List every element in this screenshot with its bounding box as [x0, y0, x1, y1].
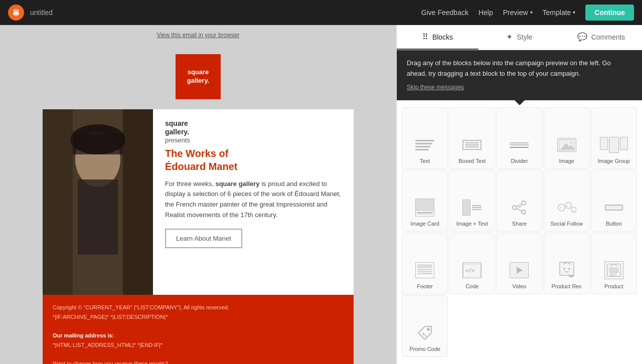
svg-rect-30	[609, 268, 618, 272]
block-social-follow[interactable]: f t + Social Follow	[544, 170, 590, 232]
product-svg	[606, 263, 621, 277]
svg-rect-9	[123, 109, 153, 295]
email-cta-button[interactable]: Learn About Manet	[165, 229, 242, 248]
block-image[interactable]: Image	[544, 107, 590, 169]
social-follow-block-icon: f t +	[554, 198, 579, 218]
skip-messages-link[interactable]: Skip these messages	[407, 84, 464, 91]
mini-img-2	[609, 137, 619, 153]
divider-block-icon	[507, 135, 532, 155]
block-image-text[interactable]: Image + Text	[449, 170, 495, 232]
brand-line2: gallery.	[165, 128, 189, 136]
comments-tab-icon: 💬	[577, 32, 587, 42]
block-promo-code[interactable]: Promo Code	[402, 295, 448, 357]
preview-label: Preview	[503, 9, 528, 17]
view-in-browser-link[interactable]: View this email in your browser	[156, 32, 239, 39]
tab-blocks[interactable]: ⠿ Blocks	[397, 25, 478, 50]
top-navigation: untitled Give Feedback Help Preview ▾ Te…	[0, 0, 642, 25]
hint-arrow	[515, 100, 525, 105]
social-follow-block-label: Social Follow	[550, 221, 583, 227]
footer-lines	[417, 269, 432, 276]
image-card-block-icon	[412, 198, 437, 218]
svg-text:+: +	[572, 209, 574, 212]
email-painting-image	[43, 109, 153, 295]
block-product[interactable]: Product	[591, 233, 637, 294]
logo-line1: square	[187, 68, 210, 77]
image-block-icon	[554, 135, 579, 155]
template-dropdown[interactable]: Template ▾	[543, 9, 576, 17]
img-text-text-side	[472, 200, 482, 216]
block-video[interactable]: Video	[496, 233, 542, 294]
email-preview-panel: View this email in your browser square g…	[0, 25, 396, 364]
footer-block-icon	[412, 260, 437, 280]
hint-box: Drag any of the blocks below into the ca…	[397, 50, 642, 100]
block-code[interactable]: </> Code	[449, 233, 495, 294]
email-logo-inner: square gallery.	[187, 68, 210, 85]
product-block-label: Product	[604, 283, 623, 290]
svg-line-17	[517, 209, 522, 211]
boxed-text-block-label: Boxed Text	[458, 158, 486, 164]
product-rec-block-icon	[554, 260, 579, 280]
text-block-label: Text	[420, 158, 430, 164]
svg-point-18	[558, 204, 565, 211]
svg-point-27	[563, 268, 565, 270]
code-icon: </>	[462, 262, 482, 278]
footer-icon	[415, 262, 434, 278]
block-text[interactable]: Text	[402, 107, 448, 169]
footer-preferences: Want to change how you receive these ema…	[53, 359, 344, 364]
block-image-card[interactable]: Image Card	[402, 170, 448, 232]
footer-top-bar	[417, 264, 432, 268]
svg-point-12	[570, 141, 572, 144]
continue-button[interactable]: Continue	[585, 5, 634, 21]
tab-style[interactable]: ✦ Style	[478, 25, 560, 50]
block-button[interactable]: Button	[591, 170, 637, 232]
preview-dropdown[interactable]: Preview ▾	[503, 9, 533, 17]
divider-block-label: Divider	[511, 158, 528, 164]
block-footer[interactable]: Footer	[402, 233, 448, 294]
email-body: square gallery. presents The Works ofÉdo…	[43, 109, 354, 295]
email-logo-area: square gallery.	[43, 44, 354, 109]
svg-text:</>: </>	[465, 267, 475, 273]
mini-img-3	[620, 137, 628, 150]
svg-point-1	[15, 13, 16, 14]
share-svg	[512, 200, 527, 215]
email-content: square gallery. presents The Works ofÉdo…	[153, 109, 354, 295]
help-link[interactable]: Help	[478, 9, 493, 17]
email-footer: Copyright © "CURRENT_YEAR" |"LIST:COMPAN…	[43, 295, 354, 364]
svg-text:f: f	[560, 206, 561, 210]
block-product-rec[interactable]: Product Rec	[544, 233, 590, 294]
product-rec-block-label: Product Rec	[551, 283, 582, 290]
promo-code-block-icon	[412, 323, 437, 343]
svg-point-2	[17, 13, 18, 14]
right-panel: ⠿ Blocks ✦ Style 💬 Comments Drag any of …	[396, 25, 642, 364]
boxed-icon	[462, 140, 482, 150]
footer-mailing-address: *|HTML:LIST_ADDRESS_HTML|* *|END:IF|*	[53, 340, 344, 350]
text-lines-icon	[415, 140, 434, 150]
block-divider[interactable]: Divider	[496, 107, 542, 169]
nav-actions: Give Feedback Help Preview ▾ Template ▾ …	[421, 5, 634, 21]
comments-tab-label: Comments	[591, 33, 625, 41]
image-card-block-label: Image Card	[410, 221, 439, 227]
preview-chevron-icon: ▾	[530, 10, 533, 15]
block-share[interactable]: Share	[496, 170, 542, 232]
promo-svg	[416, 324, 433, 341]
card-img-part	[416, 199, 434, 211]
email-logo-box: square gallery.	[176, 54, 221, 99]
boxed-text-block-icon	[459, 135, 485, 155]
main-layout: View this email in your browser square g…	[0, 25, 642, 364]
svg-point-14	[513, 206, 517, 210]
svg-point-36	[426, 336, 427, 338]
tab-comments[interactable]: 💬 Comments	[560, 25, 642, 50]
svg-rect-8	[43, 109, 73, 295]
tabs-bar: ⠿ Blocks ✦ Style 💬 Comments	[397, 25, 642, 50]
svg-rect-26	[560, 262, 574, 275]
image-group-icon	[600, 137, 628, 153]
blocks-grid: Text Boxed Text Divid	[397, 100, 642, 364]
give-feedback-link[interactable]: Give Feedback	[421, 9, 468, 17]
block-image-group[interactable]: Image Group	[591, 107, 637, 169]
img-text-img-side	[462, 200, 470, 216]
product-icon	[604, 261, 623, 279]
block-boxed-text[interactable]: Boxed Text	[449, 107, 495, 169]
footer-mailing-label: Our mailing address is:	[53, 331, 344, 340]
video-block-label: Video	[513, 283, 527, 290]
style-tab-icon: ✦	[506, 32, 513, 42]
